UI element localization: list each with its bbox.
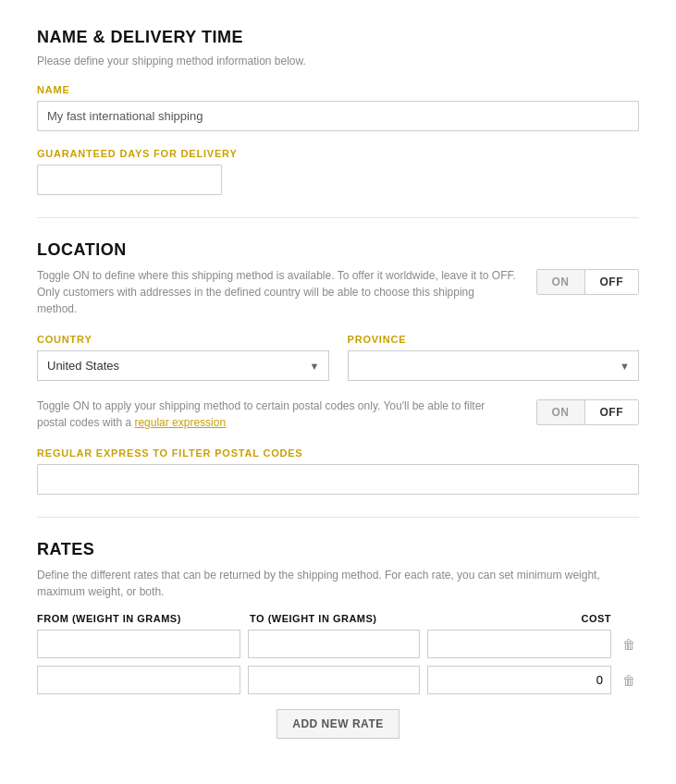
country-province-row: COUNTRY United States Canada United King… xyxy=(37,334,639,381)
postal-codes-label: REGULAR EXPRESS TO FILTER POSTAL CODES xyxy=(37,447,639,459)
postal-codes-input[interactable] xyxy=(37,464,639,495)
rate-to-input-2[interactable] xyxy=(248,666,420,694)
location-toggle-row: Toggle ON to define where this shipping … xyxy=(37,267,639,317)
province-select-wrapper: ▼ xyxy=(348,350,640,381)
postal-toggle-description: Toggle ON to apply your shipping method … xyxy=(37,398,518,431)
location-toggle-group: ON OFF xyxy=(536,269,640,295)
rate-cost-input-1[interactable] xyxy=(427,630,611,658)
add-new-rate-button[interactable]: ADD NEW RATE xyxy=(277,709,399,739)
postal-toggle-on[interactable]: ON xyxy=(537,400,585,424)
name-delivery-title: NAME & DELIVERY TIME xyxy=(37,28,639,47)
divider-1 xyxy=(37,217,639,218)
table-row: 🗑 xyxy=(37,666,639,694)
country-field-group: COUNTRY United States Canada United King… xyxy=(37,334,329,381)
postal-toggle-group: ON OFF xyxy=(536,399,640,425)
name-delivery-section: NAME & DELIVERY TIME Please define your … xyxy=(37,28,639,195)
province-label: PROVINCE xyxy=(348,334,640,345)
rate-from-input-1[interactable] xyxy=(37,630,240,658)
country-select[interactable]: United States Canada United Kingdom Aust… xyxy=(37,350,329,381)
location-toggle-description: Toggle ON to define where this shipping … xyxy=(37,267,518,317)
location-toggle-on[interactable]: ON xyxy=(537,270,585,294)
country-label: COUNTRY xyxy=(37,334,329,345)
divider-2 xyxy=(37,517,639,518)
country-select-wrapper: United States Canada United Kingdom Aust… xyxy=(37,350,329,381)
postal-codes-field-group: REGULAR EXPRESS TO FILTER POSTAL CODES xyxy=(37,447,639,495)
name-delivery-subtitle: Please define your shipping method infor… xyxy=(37,55,639,67)
location-section: LOCATION Toggle ON to define where this … xyxy=(37,240,639,495)
rate-to-input-1[interactable] xyxy=(248,630,420,658)
province-select[interactable] xyxy=(348,350,640,381)
name-label: NAME xyxy=(37,84,639,95)
name-field-group: NAME xyxy=(37,84,639,131)
rates-table-header: FROM (WEIGHT IN GRAMS) TO (WEIGHT IN GRA… xyxy=(37,613,639,624)
col-to-header: TO (WEIGHT IN GRAMS) xyxy=(250,613,435,624)
delete-rate-button-2[interactable]: 🗑 xyxy=(619,673,639,688)
table-row: 🗑 xyxy=(37,630,639,658)
days-input[interactable] xyxy=(37,165,222,195)
postal-toggle-off[interactable]: OFF xyxy=(585,400,639,424)
days-label: GUARANTEED DAYS FOR DELIVERY xyxy=(37,148,639,159)
col-cost-header: COST xyxy=(435,613,639,624)
rate-cost-input-2[interactable] xyxy=(427,666,611,694)
postal-toggle-row: Toggle ON to apply your shipping method … xyxy=(37,398,639,431)
name-input[interactable] xyxy=(37,101,639,131)
rates-title: RATES xyxy=(37,540,639,559)
delete-rate-button-1[interactable]: 🗑 xyxy=(619,637,639,652)
add-rate-center: ADD NEW RATE xyxy=(37,702,639,739)
regular-expression-link[interactable]: regular expression xyxy=(134,416,226,429)
rates-description: Define the different rates that can be r… xyxy=(37,567,639,600)
location-toggle-off[interactable]: OFF xyxy=(585,270,639,294)
postal-toggle-text: Toggle ON to apply your shipping method … xyxy=(37,399,485,429)
rates-section: RATES Define the different rates that ca… xyxy=(37,540,639,739)
col-from-header: FROM (WEIGHT IN GRAMS) xyxy=(37,613,250,624)
province-field-group: PROVINCE ▼ xyxy=(348,334,640,381)
location-title: LOCATION xyxy=(37,240,639,260)
days-field-group: GUARANTEED DAYS FOR DELIVERY xyxy=(37,148,639,195)
rate-from-input-2[interactable] xyxy=(37,666,240,694)
